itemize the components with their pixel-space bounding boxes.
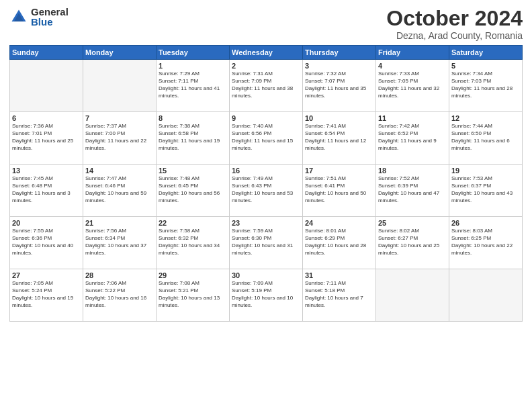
day-number: 17: [305, 167, 373, 175]
day-info: Sunrise: 7:59 AM Sunset: 6:30 PM Dayligh…: [232, 228, 300, 257]
day-info: Sunrise: 7:56 AM Sunset: 6:34 PM Dayligh…: [85, 228, 154, 257]
day-number: 8: [159, 114, 227, 122]
day-cell: 6Sunrise: 7:36 AM Sunset: 7:01 PM Daylig…: [10, 112, 83, 165]
day-info: Sunrise: 7:31 AM Sunset: 7:09 PM Dayligh…: [232, 71, 300, 99]
day-cell: 11Sunrise: 7:42 AM Sunset: 6:52 PM Dayli…: [376, 112, 449, 165]
day-number: 26: [451, 219, 520, 227]
header-row: SundayMondayTuesdayWednesdayThursdayFrid…: [10, 46, 523, 60]
day-cell: 12Sunrise: 7:44 AM Sunset: 6:50 PM Dayli…: [449, 112, 523, 165]
day-number: 14: [85, 167, 154, 175]
day-cell: 7Sunrise: 7:37 AM Sunset: 7:00 PM Daylig…: [83, 112, 157, 165]
day-info: Sunrise: 7:32 AM Sunset: 7:07 PM Dayligh…: [305, 71, 373, 99]
day-number: 5: [451, 62, 520, 70]
day-info: Sunrise: 8:02 AM Sunset: 6:27 PM Dayligh…: [378, 228, 447, 257]
day-cell: 26Sunrise: 8:03 AM Sunset: 6:25 PM Dayli…: [449, 217, 523, 269]
day-cell: 16Sunrise: 7:49 AM Sunset: 6:43 PM Dayli…: [230, 165, 303, 217]
day-info: Sunrise: 7:48 AM Sunset: 6:45 PM Dayligh…: [159, 175, 227, 204]
day-info: Sunrise: 7:29 AM Sunset: 7:11 PM Dayligh…: [159, 71, 227, 99]
day-cell: 22Sunrise: 7:58 AM Sunset: 6:32 PM Dayli…: [157, 217, 230, 269]
logo: General Blue: [9, 7, 69, 27]
day-info: Sunrise: 7:36 AM Sunset: 7:01 PM Dayligh…: [12, 123, 81, 152]
logo-icon: [9, 7, 28, 26]
day-info: Sunrise: 7:40 AM Sunset: 6:56 PM Dayligh…: [232, 123, 300, 152]
day-cell: 31Sunrise: 7:11 AM Sunset: 5:18 PM Dayli…: [303, 269, 376, 322]
day-cell: 4Sunrise: 7:33 AM Sunset: 7:05 PM Daylig…: [376, 60, 449, 112]
day-info: Sunrise: 7:44 AM Sunset: 6:50 PM Dayligh…: [451, 123, 520, 152]
day-header-thursday: Thursday: [303, 46, 376, 60]
day-number: 19: [451, 167, 520, 175]
day-info: Sunrise: 7:11 AM Sunset: 5:18 PM Dayligh…: [305, 280, 373, 309]
day-number: 30: [232, 271, 300, 279]
day-cell: 28Sunrise: 7:06 AM Sunset: 5:22 PM Dayli…: [83, 269, 157, 322]
day-cell: 10Sunrise: 7:41 AM Sunset: 6:54 PM Dayli…: [303, 112, 376, 165]
logo-blue: Blue: [31, 17, 69, 27]
day-cell: 27Sunrise: 7:05 AM Sunset: 5:24 PM Dayli…: [10, 269, 83, 322]
day-number: 15: [159, 167, 227, 175]
day-info: Sunrise: 7:38 AM Sunset: 6:58 PM Dayligh…: [159, 123, 227, 152]
day-info: Sunrise: 7:51 AM Sunset: 6:41 PM Dayligh…: [305, 175, 373, 204]
logo-text: General Blue: [31, 7, 69, 27]
day-info: Sunrise: 7:09 AM Sunset: 5:19 PM Dayligh…: [232, 280, 300, 309]
day-header-tuesday: Tuesday: [157, 46, 230, 60]
week-row-1: 1Sunrise: 7:29 AM Sunset: 7:11 PM Daylig…: [10, 60, 523, 112]
day-header-saturday: Saturday: [449, 46, 523, 60]
day-cell: [10, 60, 83, 112]
day-number: 11: [378, 114, 447, 122]
day-header-sunday: Sunday: [10, 46, 83, 60]
day-cell: 5Sunrise: 7:34 AM Sunset: 7:03 PM Daylig…: [449, 60, 523, 112]
day-number: 12: [451, 114, 520, 122]
day-info: Sunrise: 7:08 AM Sunset: 5:21 PM Dayligh…: [159, 280, 227, 309]
day-header-monday: Monday: [83, 46, 157, 60]
day-number: 20: [12, 219, 81, 227]
day-info: Sunrise: 7:58 AM Sunset: 6:32 PM Dayligh…: [159, 228, 227, 257]
day-cell: [376, 269, 449, 322]
day-info: Sunrise: 7:37 AM Sunset: 7:00 PM Dayligh…: [85, 123, 154, 152]
day-cell: 24Sunrise: 8:01 AM Sunset: 6:29 PM Dayli…: [303, 217, 376, 269]
day-number: 16: [232, 167, 300, 175]
title-block: October 2024 Dezna, Arad County, Romania: [386, 7, 523, 41]
day-info: Sunrise: 7:47 AM Sunset: 6:46 PM Dayligh…: [85, 175, 154, 204]
day-info: Sunrise: 8:03 AM Sunset: 6:25 PM Dayligh…: [451, 228, 520, 257]
day-info: Sunrise: 7:05 AM Sunset: 5:24 PM Dayligh…: [12, 280, 81, 309]
day-number: 25: [378, 219, 447, 227]
day-info: Sunrise: 8:01 AM Sunset: 6:29 PM Dayligh…: [305, 228, 373, 257]
day-info: Sunrise: 7:55 AM Sunset: 6:36 PM Dayligh…: [12, 228, 81, 257]
day-cell: 15Sunrise: 7:48 AM Sunset: 6:45 PM Dayli…: [157, 165, 230, 217]
location: Dezna, Arad County, Romania: [386, 30, 523, 41]
month-title: October 2024: [386, 7, 523, 30]
day-number: 2: [232, 62, 300, 70]
day-number: 4: [378, 62, 447, 70]
day-cell: 18Sunrise: 7:52 AM Sunset: 6:39 PM Dayli…: [376, 165, 449, 217]
day-number: 28: [85, 271, 154, 279]
calendar-table: SundayMondayTuesdayWednesdayThursdayFrid…: [9, 45, 523, 322]
day-info: Sunrise: 7:49 AM Sunset: 6:43 PM Dayligh…: [232, 175, 300, 204]
day-number: 23: [232, 219, 300, 227]
day-cell: [449, 269, 523, 322]
logo-general: General: [31, 7, 69, 17]
week-row-3: 13Sunrise: 7:45 AM Sunset: 6:48 PM Dayli…: [10, 165, 523, 217]
day-cell: 1Sunrise: 7:29 AM Sunset: 7:11 PM Daylig…: [157, 60, 230, 112]
day-cell: 20Sunrise: 7:55 AM Sunset: 6:36 PM Dayli…: [10, 217, 83, 269]
day-cell: 8Sunrise: 7:38 AM Sunset: 6:58 PM Daylig…: [157, 112, 230, 165]
day-cell: 21Sunrise: 7:56 AM Sunset: 6:34 PM Dayli…: [83, 217, 157, 269]
day-cell: 19Sunrise: 7:53 AM Sunset: 6:37 PM Dayli…: [449, 165, 523, 217]
day-cell: 30Sunrise: 7:09 AM Sunset: 5:19 PM Dayli…: [230, 269, 303, 322]
header: General Blue October 2024 Dezna, Arad Co…: [9, 7, 523, 41]
day-info: Sunrise: 7:06 AM Sunset: 5:22 PM Dayligh…: [85, 280, 154, 309]
day-cell: 9Sunrise: 7:40 AM Sunset: 6:56 PM Daylig…: [230, 112, 303, 165]
day-number: 31: [305, 271, 373, 279]
day-cell: [83, 60, 157, 112]
day-info: Sunrise: 7:45 AM Sunset: 6:48 PM Dayligh…: [12, 175, 81, 204]
day-number: 1: [159, 62, 227, 70]
week-row-4: 20Sunrise: 7:55 AM Sunset: 6:36 PM Dayli…: [10, 217, 523, 269]
day-number: 22: [159, 219, 227, 227]
day-header-friday: Friday: [376, 46, 449, 60]
day-number: 9: [232, 114, 300, 122]
day-header-wednesday: Wednesday: [230, 46, 303, 60]
day-number: 18: [378, 167, 447, 175]
day-number: 7: [85, 114, 154, 122]
day-cell: 13Sunrise: 7:45 AM Sunset: 6:48 PM Dayli…: [10, 165, 83, 217]
day-number: 10: [305, 114, 373, 122]
day-cell: 3Sunrise: 7:32 AM Sunset: 7:07 PM Daylig…: [303, 60, 376, 112]
day-info: Sunrise: 7:52 AM Sunset: 6:39 PM Dayligh…: [378, 175, 447, 204]
